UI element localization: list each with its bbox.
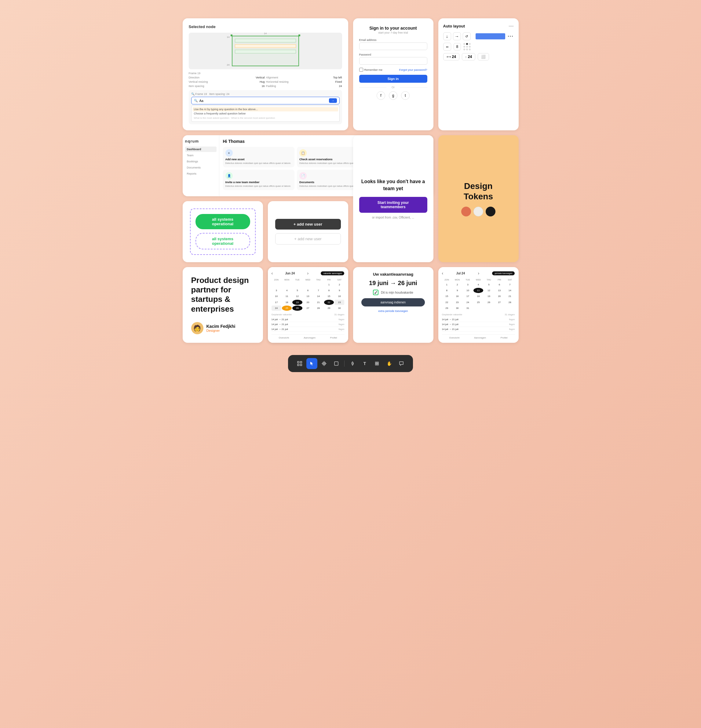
text-icon: T [364,361,366,366]
al-width-box[interactable]: ⟷ 24 [443,53,459,61]
sidebar-item-reports[interactable]: Reports [185,171,217,176]
email-input[interactable] [359,42,427,50]
cal2-nav-aanvragen[interactable]: Aanvragen [304,337,316,339]
green-outline-button[interactable]: all systems operational [196,233,250,249]
cal4-next-btn[interactable]: › [478,271,479,276]
hand-icon: ✋ [387,361,392,366]
cal2-nav-profiel[interactable]: Profiel [330,337,337,339]
node-label-14-bottom: 24 [227,64,230,66]
al-arrow-cycle[interactable]: ↺ [463,32,471,40]
al-dot-6[interactable] [469,46,471,48]
al-controls: ↓ → ↺ ··· ⇔ 8 [443,32,514,61]
adduser-card: + add new user + add new user [268,201,348,262]
search-dropdown: Use the AI by typing any question in the… [191,105,340,122]
component-tool-btn[interactable] [371,358,382,369]
token-circle-orange [461,207,471,217]
vr-checkbox-row: ✓ Dit is mijn houdvakantie [373,290,413,295]
select-all-tool-btn[interactable] [294,358,305,369]
google-signin-btn[interactable]: g [389,91,397,100]
svg-rect-12 [377,364,378,365]
node-preview-frame: 14 24 14 [189,33,342,69]
cal4-vacation-section: Geplande vakantie 31 dagen 14 juli → 21 … [442,313,515,332]
cal4-badge[interactable]: periode toevoegen [492,272,515,275]
remember-checkbox[interactable] [359,68,363,72]
al-alignment-grid [463,43,471,51]
signin-subtitle: start your 7-day free trial [359,31,427,34]
cal2-range-end[interactable]: 26 [292,306,302,311]
al-arrow-down[interactable]: ↓ [443,32,451,40]
rect-tool-btn[interactable] [331,358,342,369]
vr-check[interactable]: ✓ [373,290,378,295]
search-submit-btn[interactable]: → [329,98,337,103]
sidebar-item-team[interactable]: Team [185,153,217,158]
vr-extra-link[interactable]: extra periode toevoegen [378,309,408,313]
cal4-nav-overzicht[interactable]: Overzicht [449,337,459,339]
search-icon-small: 🔍 [194,99,198,102]
svg-rect-10 [377,362,378,363]
author-name: Kacim Fedjkhi [207,324,236,329]
al-dot-2[interactable] [466,43,468,45]
al-dot-1[interactable] [463,43,465,45]
pen-tool-btn[interactable] [347,358,358,369]
cal4-nav-profiel[interactable]: Profiel [501,337,508,339]
svg-rect-9 [375,362,377,363]
cal2-range-start[interactable]: 22 [324,300,334,305]
node-properties: DirectionVertical AlignmentTop left Vert… [189,76,342,88]
frame-tool-btn[interactable] [319,358,330,369]
cal4-nav-aanvragen[interactable]: Aanvragen [474,337,486,339]
add-user-outline-button[interactable]: + add new user [275,233,341,244]
cal2-nav-overzicht[interactable]: Overzicht [278,337,289,339]
password-input[interactable] [359,57,427,65]
cal4-header: ‹ Jul 24 › periode toevoegen [442,271,515,276]
social-buttons: f g t [359,91,427,100]
al-dot-3[interactable] [469,43,471,45]
cal2-next-btn[interactable]: › [307,271,308,276]
dropdown-item-2: Choose a frequently asked question below [193,111,338,116]
al-height-box[interactable]: ↕ 24 [462,53,475,61]
sidebar-item-documents[interactable]: Documents [185,165,217,170]
dashboard-cards-grid: + Add new asset Delectus dolores molesti… [223,147,369,190]
email-label: Email address [359,39,427,42]
al-spacing-value[interactable]: 8 [453,43,461,51]
cal4-vacation-1: 14 juli → 21 juliflagen [442,317,515,322]
al-dot-5[interactable] [466,46,468,48]
al-close-btn[interactable]: — [509,23,514,29]
invite-team-button[interactable]: Start inviting your teammembers [359,197,427,213]
text-tool-btn[interactable]: T [359,358,370,369]
al-aspect-box[interactable]: ⬜ [478,53,489,61]
vacation-request-card-main: Uw vakantieaanvraag 19 juni → 26 juni ✓ … [353,267,433,343]
cal4-prev-btn[interactable]: ‹ [442,271,443,276]
facebook-signin-btn[interactable]: f [377,91,385,100]
twitter-signin-btn[interactable]: t [401,91,410,100]
al-width-icon: ⟷ [446,55,451,59]
cal4-grid: ZON MON TUE WED THU FRI SAT 1 2 3 4 5 6 … [442,278,515,311]
import-team-link[interactable]: or import from .csv, Officient, ... [372,216,414,219]
cal2-badge[interactable]: vakantie aanvragen [321,272,344,275]
search-input-mock[interactable] [200,99,327,103]
al-dot-8[interactable] [466,49,468,51]
sidebar-item-bookings[interactable]: Bookings [185,159,217,164]
al-title: Auto layout [443,24,465,28]
forgot-link[interactable]: Forgot your password? [399,68,427,71]
al-spacing-icon[interactable]: ⇔ [443,43,451,51]
add-user-solid-button[interactable]: + add new user [275,219,341,230]
sidebar-item-dashboard[interactable]: Dashboard [185,146,217,152]
green-solid-button[interactable]: all systems operational [196,214,250,229]
al-arrow-right[interactable]: → [453,32,461,40]
comment-tool-btn[interactable] [396,358,407,369]
buttons-dashed-container: all systems operational all systems oper… [190,208,256,255]
hand-tool-btn[interactable]: ✋ [384,358,395,369]
signin-button[interactable]: Sign in [359,75,427,83]
al-more-options[interactable]: ··· [508,33,513,39]
buttons-card: all systems operational all systems oper… [182,201,263,262]
cal2-vacation-1: 14 juli → 21 juliflagen [272,317,345,322]
vr-label: Dit is mijn houdvakantie [381,291,413,294]
dashboard-logo: nqrum [185,139,217,143]
pointer-tool-btn[interactable] [306,358,317,369]
al-dot-4[interactable] [463,46,465,48]
vr-submit-btn[interactable]: aanvraag indienen [361,298,425,306]
svg-rect-11 [375,364,377,365]
al-dot-9[interactable] [469,49,471,51]
cal2-prev-btn[interactable]: ‹ [272,271,273,276]
al-dot-7[interactable] [463,49,465,51]
